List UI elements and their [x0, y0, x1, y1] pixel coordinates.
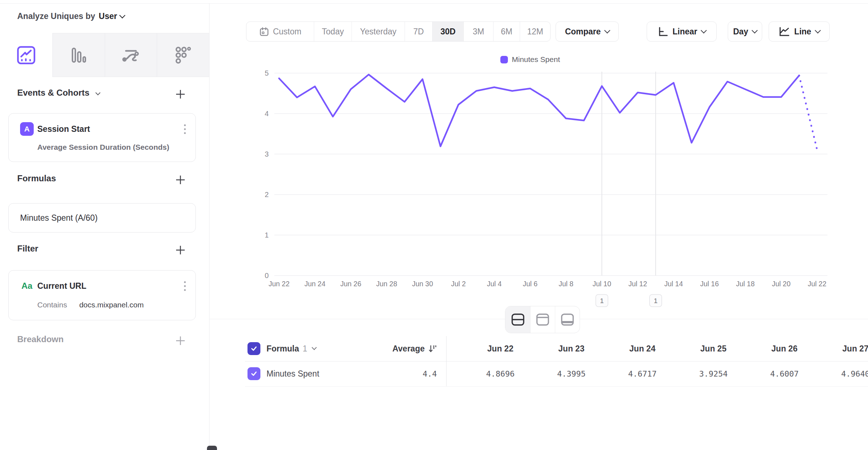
date-value-cell: 4.3995: [536, 361, 607, 386]
check-icon: [250, 345, 258, 352]
select-all-checkbox[interactable]: [247, 342, 260, 355]
event-letter-badge: A: [20, 122, 34, 136]
x-tick-label: Jul 20: [772, 280, 791, 288]
insights-line-chart-icon: [16, 45, 37, 66]
range-yesterday[interactable]: Yesterday: [352, 22, 405, 41]
date-column-header[interactable]: Jun 26: [749, 336, 820, 361]
series-name: Minutes Spent: [266, 369, 319, 379]
layout-table-view-toggle[interactable]: [555, 306, 580, 333]
retention-dots-icon: [173, 45, 193, 65]
date-value-cell: 4.6007: [749, 361, 820, 386]
date-range-control: CustomTodayYesterday7D30D3M6M12M: [246, 21, 551, 42]
filter-property-name: Current URL: [37, 281, 86, 291]
tab-flows[interactable]: [105, 33, 157, 77]
average-value: 4.4: [345, 361, 437, 386]
x-tick-label: Jun 24: [305, 280, 326, 288]
layout-split-view-toggle[interactable]: [505, 306, 530, 333]
x-tick-label: Jul 12: [628, 280, 647, 288]
granularity-day-button[interactable]: Day: [728, 21, 762, 42]
uniques-by-selector[interactable]: User: [99, 11, 124, 21]
y-tick-label: 0: [265, 272, 269, 279]
string-property-icon: Aa: [20, 279, 34, 293]
line-chart-icon: [778, 26, 790, 37]
flows-icon: [121, 45, 141, 65]
range-7d[interactable]: 7D: [405, 22, 432, 41]
table-row-divider: [245, 386, 868, 387]
query-builder-sidebar: Analyze Uniques by User: [0, 4, 209, 450]
x-tick-label: Jul 18: [736, 280, 755, 288]
row-checkbox[interactable]: [247, 367, 260, 380]
x-tick-label: Jul 22: [808, 280, 826, 288]
tab-retention[interactable]: [157, 33, 209, 77]
date-value-cell: 4.8696: [465, 361, 536, 386]
add-filter-button[interactable]: [175, 245, 186, 255]
add-breakdown-button[interactable]: [175, 335, 186, 346]
y-tick-label: 1: [265, 231, 269, 239]
tab-insights[interactable]: [0, 33, 52, 77]
analyze-uniques-header: Analyze Uniques by User: [17, 11, 124, 21]
chart-type-line-button[interactable]: Line: [769, 21, 830, 42]
filter-value[interactable]: docs.mixpanel.com: [79, 301, 144, 309]
date-column-header[interactable]: Jun 25: [678, 336, 749, 361]
table-view-icon: [560, 313, 575, 326]
scale-linear-button[interactable]: Linear: [647, 21, 717, 42]
chevron-down-icon: [701, 28, 707, 34]
filter-header: Filter: [17, 244, 38, 254]
layout-toggle-group: [505, 306, 580, 333]
range-6m[interactable]: 6M: [493, 22, 520, 41]
chevron-down-icon: [119, 12, 126, 18]
tab-funnels[interactable]: [52, 33, 105, 77]
range-30d[interactable]: 30D: [432, 22, 463, 41]
funnels-bars-icon: [69, 46, 88, 65]
average-column-header[interactable]: Average: [345, 336, 437, 361]
split-view-icon: [511, 313, 525, 326]
event-card-session-start[interactable]: A Session Start Average Session Duration…: [8, 113, 196, 162]
range-12m[interactable]: 12M: [520, 22, 550, 41]
sort-icon: [428, 344, 437, 353]
x-tick-label: Jul 6: [523, 280, 537, 288]
formula-column-number: 1: [303, 344, 307, 354]
breakdown-header: Breakdown: [17, 334, 63, 344]
date-column-header[interactable]: Jun 23: [536, 336, 607, 361]
formula-column-label[interactable]: Formula: [266, 344, 299, 354]
events-cohorts-header[interactable]: Events & Cohorts: [17, 88, 100, 98]
annotation-badge-label: 1: [600, 297, 604, 305]
chevron-down-icon: [752, 28, 758, 34]
results-table: Formula 1 Average Jun 22Jun 23Jun 24Jun …: [209, 336, 868, 387]
y-tick-label: 3: [265, 150, 269, 158]
check-icon: [250, 370, 258, 377]
layout-chart-view-toggle[interactable]: [530, 306, 555, 333]
compare-button[interactable]: Compare: [556, 21, 619, 42]
formula-expression: Minutes Spent (A/60): [20, 213, 98, 223]
range-3m[interactable]: 3M: [463, 22, 493, 41]
filter-card-current-url[interactable]: Aa Current URL Contains docs.mixpanel.co…: [8, 270, 196, 320]
chevron-down-icon: [604, 28, 610, 34]
event-kebab-menu-icon[interactable]: [183, 124, 186, 134]
date-column-header[interactable]: Jun 24: [607, 336, 678, 361]
date-value-cell: 4.6717: [607, 361, 678, 386]
x-tick-label: Jun 22: [269, 280, 290, 288]
report-type-tabs: [0, 33, 209, 77]
event-aggregation[interactable]: Average Session Duration (Seconds): [37, 143, 195, 152]
x-tick-label: Jun 30: [412, 280, 433, 288]
event-title: Session Start: [37, 124, 90, 134]
add-formula-button[interactable]: [175, 174, 186, 185]
series-line-incomplete: [799, 76, 817, 150]
range-custom[interactable]: Custom: [246, 22, 314, 41]
filter-operator[interactable]: Contains: [37, 301, 67, 309]
calendar-icon: [259, 27, 269, 37]
y-tick-label: 2: [265, 191, 269, 198]
x-tick-label: Jun 28: [376, 280, 397, 288]
chevron-down-icon: [95, 90, 100, 95]
mixpanel-insights-app: Analyze Uniques by User: [0, 0, 868, 450]
linear-axis-icon: [657, 26, 668, 37]
x-tick-label: Jul 14: [664, 280, 683, 288]
add-event-button[interactable]: [175, 89, 186, 100]
date-column-header[interactable]: Jun 27: [820, 336, 868, 361]
date-column-header[interactable]: Jun 22: [465, 336, 536, 361]
line-chart[interactable]: 01234511Jun 22Jun 24Jun 26Jun 28Jun 30Ju…: [209, 47, 868, 319]
range-today[interactable]: Today: [314, 22, 352, 41]
filter-kebab-menu-icon[interactable]: [183, 281, 186, 291]
x-tick-label: Jul 16: [700, 280, 719, 288]
formula-card[interactable]: Minutes Spent (A/60): [8, 203, 196, 233]
